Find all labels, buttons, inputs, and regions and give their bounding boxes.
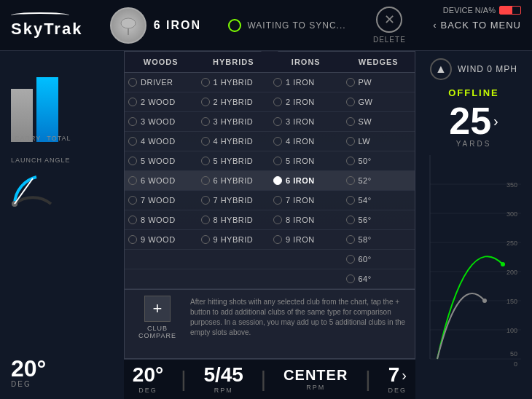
club-cell-64deg[interactable]: 64° [343, 269, 415, 288]
club-radio [346, 78, 355, 87]
club-name: 6 IRON [286, 176, 315, 185]
club-cell-58deg[interactable]: 58° [343, 230, 415, 249]
shot-chart: 350 300 250 200 150 100 50 0 [423, 155, 525, 392]
club-cell-6wood[interactable]: 6 WOOD [125, 171, 197, 190]
deg-unit: DEG [388, 387, 407, 394]
club-cell-8hybrid[interactable]: 8 HYBRID [197, 210, 270, 229]
app-logo: SkyTrak [11, 20, 82, 39]
club-name: 2 WOOD [141, 98, 176, 106]
club-radio-selected [273, 176, 282, 185]
club-row[interactable]: 7 WOOD 7 HYBRID 7 IRON 54° [125, 191, 415, 210]
club-cell-lw[interactable]: LW [343, 132, 415, 151]
delete-button[interactable]: ✕ DELETE [373, 7, 406, 44]
club-cell-9hybrid[interactable]: 9 HYBRID [197, 230, 270, 249]
club-radio [201, 117, 210, 126]
club-cell-5wood[interactable]: 5 WOOD [125, 151, 197, 170]
club-radio [128, 196, 137, 205]
club-cell-9wood[interactable]: 9 WOOD [125, 230, 197, 249]
club-row[interactable]: DRIVER 1 HYBRID 1 IRON PW [125, 73, 415, 92]
club-cell-1iron[interactable]: 1 IRON [270, 73, 343, 92]
stat-divider1: | [181, 367, 187, 392]
club-cell-60deg[interactable]: 60° [343, 250, 415, 269]
club-cell-7wood[interactable]: 7 WOOD [125, 191, 197, 210]
club-cell-driver[interactable]: DRIVER [125, 73, 197, 92]
club-row[interactable]: 9 WOOD 9 HYBRID 9 IRON 58° [125, 230, 415, 250]
club-cell-gw[interactable]: GW [343, 92, 415, 111]
club-dropdown-container: WOODS HYBRIDS IRONS WEDGES DRIVER 1 HYBR… [124, 51, 415, 399]
club-cell-sw[interactable]: SW [343, 112, 415, 131]
club-cell-5iron[interactable]: 5 IRON [270, 151, 343, 170]
club-name: 9 IRON [286, 235, 315, 244]
club-cell-7hybrid[interactable]: 7 HYBRID [197, 191, 270, 210]
club-cell-empty3 [270, 250, 343, 269]
club-name: SW [359, 117, 372, 126]
club-name: 6 WOOD [141, 176, 176, 185]
deg-value: 7 [388, 365, 400, 385]
club-name: 3 IRON [286, 117, 315, 126]
club-row-selected[interactable]: 6 WOOD 6 HYBRID 6 IRON 52° [125, 171, 415, 191]
club-row[interactable]: 8 WOOD 8 HYBRID 8 IRON 56° [125, 210, 415, 230]
club-cell-4iron[interactable]: 4 IRON [270, 132, 343, 151]
club-cell-3hybrid[interactable]: 3 HYBRID [197, 112, 270, 131]
club-cell-52deg[interactable]: 52° [343, 171, 415, 190]
battery-icon [499, 6, 521, 15]
club-cell-54deg[interactable]: 54° [343, 191, 415, 210]
club-cell-8wood[interactable]: 8 WOOD [125, 210, 197, 229]
club-table-body: DRIVER 1 HYBRID 1 IRON PW 2 WOOD 2 HYBRI… [125, 73, 415, 289]
back-to-menu-button[interactable]: ‹ BACK TO MENU [433, 20, 521, 31]
club-cell-3wood[interactable]: 3 WOOD [125, 112, 197, 131]
club-row[interactable]: 4 WOOD 4 HYBRID 4 IRON LW [125, 132, 415, 151]
club-table-header: WOODS HYBRIDS IRONS WEDGES [125, 52, 415, 73]
club-name: 8 IRON [286, 216, 315, 224]
club-name: 4 IRON [286, 137, 315, 146]
club-cell-4wood[interactable]: 4 WOOD [125, 132, 197, 151]
club-cell-7iron[interactable]: 7 IRON [270, 191, 343, 210]
club-cell-3iron[interactable]: 3 IRON [270, 112, 343, 131]
club-radio [273, 216, 282, 224]
club-radio [346, 216, 355, 224]
club-row[interactable]: 64° [125, 269, 415, 289]
club-cell-empty4 [125, 269, 197, 288]
club-cell-2hybrid[interactable]: 2 HYBRID [197, 92, 270, 111]
launch-angle-section: LAUNCH ANGLE [7, 153, 117, 215]
club-row[interactable]: 5 WOOD 5 HYBRID 5 IRON 50° [125, 151, 415, 171]
club-name: LW [359, 137, 371, 146]
club-cell-8iron[interactable]: 8 IRON [270, 210, 343, 229]
club-dropdown[interactable]: WOODS HYBRIDS IRONS WEDGES DRIVER 1 HYBR… [124, 51, 415, 359]
club-cell-1hybrid[interactable]: 1 HYBRID [197, 73, 270, 92]
add-club-icon[interactable]: + [144, 296, 171, 322]
club-cell-5hybrid[interactable]: 5 HYBRID [197, 151, 270, 170]
chart-svg: 350 300 250 200 150 100 50 0 [423, 155, 525, 366]
club-radio [128, 78, 137, 87]
club-cell-9iron[interactable]: 9 IRON [270, 230, 343, 249]
center-value: CENTER [283, 368, 348, 382]
club-cell-pw[interactable]: PW [343, 73, 415, 92]
club-radio [128, 235, 137, 244]
club-row[interactable]: 3 WOOD 3 HYBRID 3 IRON SW [125, 112, 415, 132]
club-cell-2wood[interactable]: 2 WOOD [125, 92, 197, 111]
right-panel: ▲ WIND 0 MPH OFFLINE 25 › YARDS [415, 51, 532, 399]
angle-value-section: 20° DEG [7, 353, 117, 392]
club-radio [201, 176, 210, 185]
club-compare-label: CLUB COMPARE [132, 325, 183, 339]
club-compare-button[interactable]: + CLUB COMPARE [132, 296, 183, 339]
club-selector-header[interactable]: 6 IRON [110, 7, 201, 44]
club-cell-6hybrid[interactable]: 6 HYBRID [197, 171, 270, 190]
svg-text:150: 150 [506, 298, 517, 305]
club-cell-4hybrid[interactable]: 4 HYBRID [197, 132, 270, 151]
club-name: PW [359, 78, 372, 87]
club-cell-50deg[interactable]: 50° [343, 151, 415, 170]
angle-unit: DEG [11, 380, 113, 388]
club-row[interactable]: 60° [125, 250, 415, 269]
club-row[interactable]: 2 WOOD 2 HYBRID 2 IRON GW [125, 92, 415, 112]
logo-area: SkyTrak [11, 12, 82, 39]
club-name: 2 IRON [286, 98, 315, 106]
club-cell-6iron-selected[interactable]: 6 IRON [270, 171, 343, 190]
svg-point-13 [482, 299, 487, 303]
back-arrow-icon: ‹ [433, 20, 437, 31]
club-name: 58° [359, 235, 372, 244]
club-cell-56deg[interactable]: 56° [343, 210, 415, 229]
club-cell-2iron[interactable]: 2 IRON [270, 92, 343, 111]
club-svg-icon [117, 15, 139, 36]
woods-header: WOODS [125, 52, 197, 72]
